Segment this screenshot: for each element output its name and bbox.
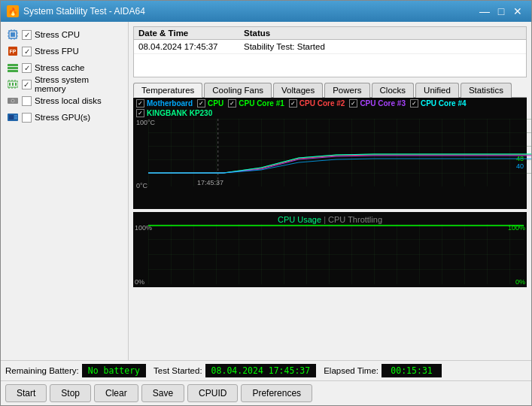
test-started-label: Test Started:	[154, 366, 202, 375]
stress-disk-item[interactable]: Stress local disks	[4, 92, 125, 109]
legend-label-motherboard: Motherboard	[147, 99, 193, 108]
stress-cpu-item[interactable]: Stress CPU	[4, 26, 125, 43]
legend-cb-core2[interactable]	[289, 99, 297, 108]
tab-cooling-fans[interactable]: Cooling Fans	[204, 83, 272, 98]
svg-rect-30	[9, 115, 14, 120]
tab-statistics[interactable]: Statistics	[461, 83, 512, 98]
stress-cache-checkbox[interactable]	[22, 63, 32, 73]
svg-rect-13	[8, 67, 18, 69]
legend-cb-core1[interactable]	[228, 99, 236, 108]
tabs-section: Temperatures Cooling Fans Voltages Power…	[133, 82, 527, 287]
stress-fpu-label: Stress FPU	[35, 47, 79, 56]
gpu-icon	[7, 111, 19, 123]
legend-label-core1: CPU Core #1	[239, 99, 284, 108]
svg-rect-18	[15, 83, 17, 86]
legend-core4: CPU Core #4	[410, 99, 467, 108]
legend-cb-core4[interactable]	[410, 99, 418, 108]
main-window: 🔥 System Stability Test - AIDA64 — □ ✕ S…	[0, 0, 532, 406]
window-controls: — □ ✕	[477, 4, 525, 19]
legend-cpu: CPU	[197, 99, 223, 108]
stress-gpu-checkbox[interactable]	[22, 113, 32, 123]
svg-rect-1	[11, 32, 15, 37]
cpuid-button[interactable]: CPUID	[187, 384, 238, 402]
svg-rect-31	[14, 115, 17, 117]
stress-fpu-checkbox[interactable]	[22, 47, 32, 56]
stress-memory-label: Stress system memory	[35, 75, 122, 93]
stress-gpu-label: Stress GPU(s)	[35, 113, 90, 122]
cpu-icon	[7, 29, 19, 41]
elapsed-label: Elapsed Time:	[324, 366, 378, 375]
preferences-button[interactable]: Preferences	[241, 384, 312, 402]
legend-cb-kingbank[interactable]	[136, 109, 144, 117]
main-content: Stress CPU FP Stress FPU Stress cache	[1, 22, 531, 360]
svg-rect-16	[9, 83, 11, 86]
disk-icon	[7, 95, 19, 107]
stress-memory-checkbox[interactable]	[22, 80, 32, 89]
elapsed-group: Elapsed Time: 00:15:31	[324, 364, 442, 377]
svg-rect-33	[148, 119, 531, 186]
svg-text:FP: FP	[10, 49, 17, 54]
status-col-header: Status	[244, 29, 521, 38]
cpu-chart-svg	[148, 224, 524, 284]
status-datetime: 08.04.2024 17:45:37	[138, 42, 244, 51]
tab-unified[interactable]: Unified	[415, 83, 459, 98]
stress-cpu-checkbox[interactable]	[22, 30, 32, 40]
tab-clocks[interactable]: Clocks	[372, 83, 415, 98]
cpu-usage-chart: CPU Usage | CPU Throttling 100% 0% 100% …	[133, 212, 527, 287]
status-row: 08.04.2024 17:45:37 Stability Test: Star…	[134, 40, 526, 54]
stress-cache-item[interactable]: Stress cache	[4, 59, 125, 76]
legend-label-kingbank: KINGBANK KP230	[147, 109, 212, 117]
svg-rect-36	[148, 224, 524, 284]
legend-motherboard: Motherboard	[136, 99, 193, 108]
stress-cache-label: Stress cache	[35, 63, 84, 72]
status-table-header: Date & Time Status	[134, 27, 526, 40]
datetime-col-header: Date & Time	[138, 29, 244, 38]
fpu-icon: FP	[7, 45, 19, 57]
cpu-usage-label: CPU Usage	[278, 215, 321, 224]
temp-y-bottom: 0°C	[136, 182, 147, 189]
close-button[interactable]: ✕	[510, 4, 525, 19]
right-panel: Date & Time Status 08.04.2024 17:45:37 S…	[129, 22, 531, 360]
tab-powers[interactable]: Powers	[324, 83, 369, 98]
tab-temperatures[interactable]: Temperatures	[133, 83, 202, 98]
memory-icon	[7, 78, 19, 90]
legend-cb-motherboard[interactable]	[136, 99, 144, 108]
cpu-chart-title: CPU Usage | CPU Throttling	[278, 215, 382, 224]
legend-label-cpu: CPU	[208, 99, 223, 108]
svg-rect-32	[14, 117, 17, 119]
stress-fpu-item[interactable]: FP Stress FPU	[4, 43, 125, 59]
legend-label-core2: CPU Core #2	[299, 99, 345, 108]
stress-disk-checkbox[interactable]	[22, 96, 32, 106]
svg-rect-17	[12, 83, 14, 86]
tabs-bar: Temperatures Cooling Fans Voltages Power…	[133, 82, 527, 98]
svg-point-27	[12, 100, 14, 102]
start-button[interactable]: Start	[5, 384, 47, 402]
cache-icon	[7, 62, 19, 74]
test-started-value: 08.04.2024 17:45:37	[205, 364, 317, 377]
footer-bar: Start Stop Clear Save CPUID Preferences	[1, 380, 531, 405]
legend-core3: CPU Core #3	[349, 99, 406, 108]
battery-value: No battery	[82, 364, 146, 377]
tab-voltages[interactable]: Voltages	[273, 83, 323, 98]
minimize-button[interactable]: —	[477, 4, 492, 19]
svg-text:17:45:37: 17:45:37	[197, 179, 223, 186]
svg-rect-14	[8, 70, 18, 72]
bottom-info-bar: Remaining Battery: No battery Test Start…	[1, 360, 531, 380]
status-table: Date & Time Status 08.04.2024 17:45:37 S…	[133, 26, 527, 77]
legend-kingbank: KINGBANK KP230	[136, 109, 212, 117]
stress-cpu-label: Stress CPU	[35, 30, 80, 39]
save-button[interactable]: Save	[141, 384, 184, 402]
clear-button[interactable]: Clear	[94, 384, 138, 402]
legend-cb-core3[interactable]	[349, 99, 357, 108]
legend-cb-cpu[interactable]	[197, 99, 205, 108]
maximize-button[interactable]: □	[494, 4, 509, 19]
stress-gpu-item[interactable]: Stress GPU(s)	[4, 109, 125, 126]
title-bar: 🔥 System Stability Test - AIDA64 — □ ✕	[1, 1, 531, 22]
legend-label-core4: CPU Core #4	[421, 99, 467, 108]
temp-chart-svg: 17:45:37	[148, 119, 531, 186]
stop-button[interactable]: Stop	[50, 384, 91, 402]
stress-memory-item[interactable]: Stress system memory	[4, 76, 125, 92]
app-icon: 🔥	[7, 5, 19, 17]
battery-label: Remaining Battery:	[5, 366, 79, 375]
cpu-y-bottom-left: 0%	[135, 278, 144, 286]
